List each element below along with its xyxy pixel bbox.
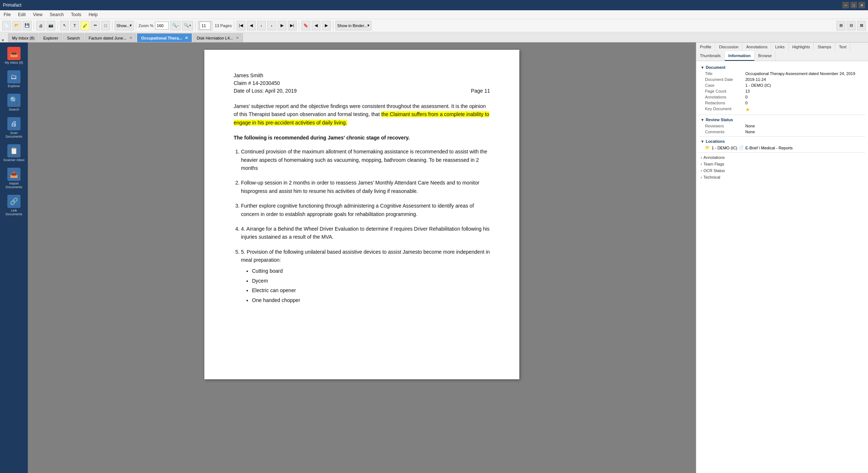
- maximize-button[interactable]: □: [850, 2, 857, 8]
- extra1[interactable]: ⊞: [837, 21, 845, 30]
- right-panel: Profile Discussion Annotations Links Hig…: [696, 42, 868, 473]
- tab-text[interactable]: Text: [835, 42, 850, 51]
- locations-arrow: ▼: [701, 139, 704, 144]
- highlight-tool[interactable]: 🖊: [81, 21, 89, 30]
- info-document-section: ▼ Document Title Occupational Therapy As…: [699, 64, 865, 113]
- tab-collapse[interactable]: ✕: [1, 38, 7, 42]
- open-button[interactable]: 📂: [12, 21, 21, 30]
- tab-stamps[interactable]: Stamps: [814, 42, 835, 51]
- tab-discussion[interactable]: Discussion: [715, 42, 742, 51]
- team-flags-collapsed[interactable]: › Team Flags: [699, 161, 865, 167]
- sep8: [333, 22, 333, 30]
- page-number-input[interactable]: [200, 22, 211, 30]
- menu-file[interactable]: File: [2, 11, 12, 18]
- scan-button[interactable]: 📷: [47, 21, 55, 30]
- explorer-icon: 🗂: [7, 70, 21, 83]
- doc-date-page: Date of Loss: April 20, 2019 Page 11: [234, 87, 490, 95]
- nav-right[interactable]: ▶: [322, 21, 331, 30]
- date-row: Document Date 2019-11-24: [699, 77, 865, 82]
- sidebar-item-link[interactable]: 🔗 Link Documents: [1, 193, 26, 218]
- minimize-button[interactable]: ─: [842, 2, 849, 8]
- zoom-in[interactable]: 🔍+: [182, 21, 193, 30]
- locations-section-header[interactable]: ▼ Locations: [699, 138, 865, 145]
- new-button[interactable]: 📄: [2, 21, 11, 30]
- ocr-status-collapsed[interactable]: › OCR Status: [699, 167, 865, 174]
- annotations-collapsed[interactable]: › Annotations: [699, 154, 865, 161]
- first-page[interactable]: |◀: [237, 21, 245, 30]
- doc-tabs: ✕ My Inbox (8) Explorer Search Factum da…: [0, 32, 868, 42]
- show-dropdown[interactable]: Show... ▾: [115, 21, 134, 30]
- show-in-binder[interactable]: Show in Binder... ▾: [335, 21, 372, 30]
- info-review-section: ▼ Review Status Reviewers None Comments …: [699, 116, 865, 135]
- tab-disk-close[interactable]: ✕: [236, 36, 239, 40]
- next-small[interactable]: ›: [267, 21, 276, 30]
- key-doc-star[interactable]: ★: [745, 107, 750, 112]
- last-page[interactable]: ▶|: [288, 21, 297, 30]
- reviewers-label: Reviewers: [705, 124, 745, 128]
- close-button[interactable]: ✕: [858, 2, 865, 8]
- title-bar: Primafact ─ □ ✕: [0, 0, 868, 10]
- prev-page[interactable]: ◀: [247, 21, 256, 30]
- extra3[interactable]: ⊠: [857, 21, 866, 30]
- technical-label: Technical: [704, 175, 720, 179]
- sidebar-item-search[interactable]: 🔍 Search: [1, 92, 26, 113]
- tab-occupational-close[interactable]: ✕: [185, 36, 188, 40]
- sidebar-item-inbox[interactable]: 📥 My Inbox (8): [1, 45, 26, 67]
- document-section-label: Document: [706, 65, 726, 70]
- left-sidebar: 📥 My Inbox (8) 🗂 Explorer 🔍 Search 🖨 Sca…: [0, 42, 28, 473]
- sep2: [58, 22, 58, 30]
- sub-list-item: One handed chopper: [252, 296, 490, 304]
- pen-tool[interactable]: ✏: [91, 21, 100, 30]
- sidebar-item-explorer[interactable]: 🗂 Explorer: [1, 68, 26, 90]
- prev-small[interactable]: ‹: [257, 21, 266, 30]
- page-input-btn[interactable]: [198, 21, 212, 30]
- zoom-out[interactable]: 🔍-: [170, 21, 181, 30]
- bookmark-btn[interactable]: 🔖: [301, 21, 310, 30]
- window-controls: ─ □ ✕: [842, 2, 865, 8]
- team-flags-arrow: ›: [701, 162, 702, 166]
- menu-search[interactable]: Search: [48, 11, 65, 18]
- date-label: Document Date: [705, 77, 745, 82]
- location-path: E-Brief \ Medical - Reports: [745, 146, 793, 150]
- tab-factum[interactable]: Factum dated June... ✕: [85, 33, 136, 42]
- document-area[interactable]: James Smith Claim # 14-2030450 Date of L…: [28, 42, 696, 473]
- menu-view[interactable]: View: [31, 11, 44, 18]
- menu-help[interactable]: Help: [87, 11, 99, 18]
- tab-inbox[interactable]: My Inbox (8): [8, 33, 38, 42]
- document-section-header[interactable]: ▼ Document: [699, 64, 865, 71]
- text-tool[interactable]: T: [70, 21, 79, 30]
- sidebar-item-scanner-inbox[interactable]: 📋 Scanner Inbox: [1, 142, 26, 164]
- tab-information[interactable]: Information: [725, 51, 755, 61]
- save-button[interactable]: 💾: [23, 21, 31, 30]
- tab-profile[interactable]: Profile: [696, 42, 715, 51]
- ocr-status-label: OCR Status: [704, 168, 725, 173]
- scanner-inbox-icon: 📋: [7, 144, 21, 157]
- tab-disk[interactable]: Disk Herniation L4... ✕: [193, 33, 243, 42]
- tab-links[interactable]: Links: [771, 42, 789, 51]
- redactions-value: 0: [745, 101, 748, 105]
- print-button[interactable]: 🖨: [36, 21, 45, 30]
- tab-annotations[interactable]: Annotations: [742, 42, 771, 51]
- tab-highlights[interactable]: Highlights: [789, 42, 814, 51]
- review-section-header[interactable]: ▼ Review Status: [699, 116, 865, 123]
- sep1: [34, 22, 34, 30]
- tab-factum-close[interactable]: ✕: [129, 36, 132, 40]
- technical-collapsed[interactable]: › Technical: [699, 174, 865, 180]
- next-page[interactable]: ▶: [278, 21, 286, 30]
- tab-explorer[interactable]: Explorer: [39, 33, 62, 42]
- sidebar-item-import[interactable]: 📥 Import Documents: [1, 165, 26, 191]
- review-section-label: Review Status: [706, 118, 733, 122]
- tab-search[interactable]: Search: [63, 33, 84, 42]
- tab-occupational[interactable]: Occupational Thera... ✕: [137, 33, 192, 42]
- sidebar-item-scan[interactable]: 🖨 Scan Documents: [1, 115, 26, 141]
- tab-browse[interactable]: Browse: [754, 51, 776, 61]
- extra2[interactable]: ⊟: [847, 21, 856, 30]
- divider3: [699, 152, 865, 153]
- menu-tools[interactable]: Tools: [70, 11, 83, 18]
- cursor-tool[interactable]: ↖: [60, 21, 69, 30]
- zoom-input[interactable]: [155, 22, 169, 30]
- tab-thumbnails[interactable]: Thumbnails: [696, 51, 725, 61]
- menu-edit[interactable]: Edit: [16, 11, 27, 18]
- nav-left[interactable]: ◀: [312, 21, 320, 30]
- shape-tool[interactable]: □: [101, 21, 110, 30]
